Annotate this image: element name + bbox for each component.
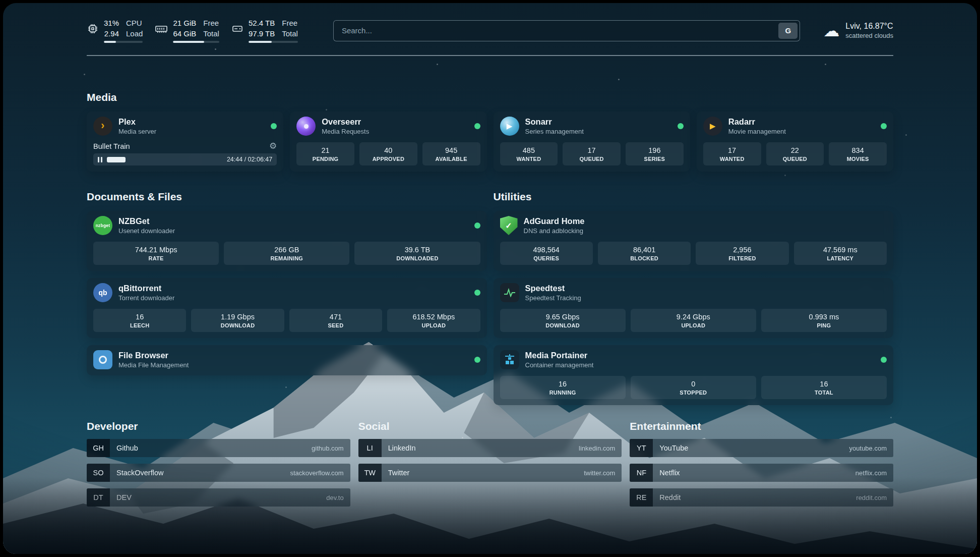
netflix-abbr-icon: NF [630, 464, 653, 482]
plex-progress-strip: 24:44 / 02:06:47 [93, 153, 277, 165]
bookmark-github[interactable]: GH Github github.com [87, 439, 350, 457]
stat-wanted: 485WANTED [500, 142, 558, 165]
cpu-load-value: 2.94 [104, 29, 119, 39]
cpu-chip-icon [87, 23, 99, 35]
qbittorrent-subtitle: Torrent downloader [118, 294, 174, 302]
search-bar: G [333, 20, 800, 41]
section-title-entertainment: Entertainment [630, 420, 893, 432]
weather-location: Lviv, 16.87°C [845, 22, 893, 31]
card-filebrowser[interactable]: File Browser Media File Management [87, 345, 487, 375]
stat-ping: 0.993 msPING [761, 309, 887, 332]
stat-approved: 40APPROVED [359, 142, 417, 165]
bookmarks-social: Social LI LinkedIn linkedin.com TW Twitt… [358, 420, 622, 507]
portainer-status-dot [881, 357, 887, 363]
qbittorrent-icon: qb [93, 283, 112, 302]
section-title-developer: Developer [87, 420, 350, 432]
plex-settings-gear-icon[interactable]: ⚙ [269, 142, 277, 150]
card-speedtest[interactable]: Speedtest Speedtest Tracking 9.65 GbpsDO… [494, 278, 894, 338]
stat-rate: 744.21 MbpsRATE [93, 242, 219, 265]
utilities-column: Utilities ✓ AdGuard Home DNS and adblock… [494, 191, 894, 405]
portainer-name: Media Portainer [525, 351, 594, 360]
adguard-shield-icon: ✓ [500, 216, 518, 235]
qbittorrent-stats: 16LEECH 1.19 GbpsDOWNLOAD 471SEED 618.52… [93, 309, 480, 332]
stat-available: 945AVAILABLE [422, 142, 480, 165]
sonarr-stats: 485WANTED 17QUEUED 196SERIES [500, 142, 684, 165]
card-portainer[interactable]: Media Portainer Container management 16R… [494, 345, 894, 405]
disk-free-value: 52.4 TB [249, 18, 275, 28]
documents-column: Documents & Files nzbget NZBGet Usenet d… [87, 191, 487, 405]
weather-condition: scattered clouds [845, 32, 893, 39]
memory-free-label: Free [203, 18, 219, 28]
card-nzbget[interactable]: nzbget NZBGet Usenet downloader 744.21 M… [87, 211, 487, 271]
radarr-name: Radarr [728, 117, 786, 127]
search-provider-button[interactable]: G [778, 23, 798, 39]
stat-downloaded: 39.6 TBDOWNLOADED [354, 242, 480, 265]
adguard-stats: 498,564QUERIES 86,401BLOCKED 2,956FILTER… [500, 242, 887, 265]
stat-queued: 22QUEUED [766, 142, 824, 165]
bookmark-linkedin[interactable]: LI LinkedIn linkedin.com [358, 439, 622, 457]
bookmark-youtube[interactable]: YT YouTube youtube.com [630, 439, 893, 457]
section-title-media: Media [87, 91, 893, 103]
stat-total: 16TOTAL [761, 376, 887, 399]
qbittorrent-status-dot [474, 290, 480, 296]
media-cards-row: › Plex Media server Bullet Train ⚙ [87, 112, 893, 172]
nzbget-status-dot [474, 222, 480, 229]
resource-widget-disk: 52.4 TB Free 97.9 TB Total [231, 18, 298, 43]
plex-now-playing: Bullet Train [93, 142, 130, 150]
disk-meter [249, 41, 298, 43]
disk-meter-fill [249, 41, 272, 43]
plex-name: Plex [118, 117, 156, 127]
speedtest-stats: 9.65 GbpsDOWNLOAD 9.24 GbpsUPLOAD 0.993 … [500, 309, 887, 332]
bookmark-netflix[interactable]: NF Netflix netflix.com [630, 464, 893, 482]
cpu-load-label: Load [126, 29, 143, 39]
top-bar: 31% CPU 2.94 Load 21 GiB Free [87, 18, 893, 43]
adguard-name: AdGuard Home [524, 216, 585, 226]
bookmark-dev[interactable]: DT DEV dev.to [87, 488, 350, 507]
card-overseerr[interactable]: Overseerr Media Requests 21PENDING 40APP… [290, 112, 486, 172]
weather-widget: ☁ Lviv, 16.87°C scattered clouds [823, 22, 893, 39]
card-radarr[interactable]: ▶ Radarr Movie management 17WANTED 22QUE… [697, 112, 893, 172]
card-sonarr[interactable]: ▶ Sonarr Series management 485WANTED 17Q… [494, 112, 690, 172]
weather-text: Lviv, 16.87°C scattered clouds [845, 22, 893, 39]
stat-remaining: 266 GBREMAINING [224, 242, 349, 265]
stat-wanted: 17WANTED [703, 142, 761, 165]
card-qbittorrent[interactable]: qb qBittorrent Torrent downloader 16LEEC… [87, 278, 487, 338]
search-input[interactable] [333, 20, 800, 41]
header-divider [87, 55, 893, 56]
bookmarks-developer: Developer GH Github github.com SO StackO… [87, 420, 350, 507]
stat-upload: 9.24 GbpsUPLOAD [631, 309, 756, 332]
bookmark-reddit[interactable]: RE Reddit reddit.com [630, 488, 893, 507]
plex-now-playing-row: Bullet Train ⚙ [93, 142, 277, 150]
disk-free-label: Free [282, 18, 298, 28]
cpu-meter [104, 41, 143, 43]
bookmark-stackoverflow[interactable]: SO StackOverflow stackoverflow.com [87, 464, 350, 482]
nzbget-header: nzbget NZBGet Usenet downloader [93, 216, 480, 235]
bookmarks-area: Developer GH Github github.com SO StackO… [87, 420, 893, 507]
radarr-subtitle: Movie management [728, 128, 786, 135]
plex-progress-track [107, 157, 222, 162]
speedtest-pulse-icon [500, 283, 519, 302]
dev-abbr-icon: DT [87, 488, 110, 507]
stat-leech: 16LEECH [93, 309, 186, 332]
portainer-stats: 16RUNNING 0STOPPED 16TOTAL [500, 376, 887, 399]
filebrowser-header: File Browser Media File Management [93, 350, 480, 369]
twitter-abbr-icon: TW [358, 464, 382, 482]
radarr-header: ▶ Radarr Movie management [703, 117, 887, 136]
bookmark-twitter[interactable]: TW Twitter twitter.com [358, 464, 622, 482]
disk-total-label: Total [282, 29, 298, 39]
card-adguard[interactable]: ✓ AdGuard Home DNS and adblocking 498,56… [494, 211, 894, 271]
adguard-header: ✓ AdGuard Home DNS and adblocking [500, 216, 887, 235]
disk-icon [231, 23, 243, 35]
memory-free-value: 21 GiB [173, 18, 196, 28]
memory-icon [155, 23, 168, 35]
memory-total-label: Total [203, 29, 219, 39]
card-plex[interactable]: › Plex Media server Bullet Train ⚙ [87, 112, 283, 172]
cloud-icon: ☁ [823, 23, 839, 39]
stat-movies: 834MOVIES [829, 142, 887, 165]
disk-widget-body: 52.4 TB Free 97.9 TB Total [249, 18, 298, 43]
stat-queries: 498,564QUERIES [500, 242, 593, 265]
reddit-abbr-icon: RE [630, 488, 653, 507]
section-title-documents: Documents & Files [87, 191, 487, 203]
nzbget-name: NZBGet [118, 216, 175, 226]
adguard-subtitle: DNS and adblocking [524, 227, 585, 235]
